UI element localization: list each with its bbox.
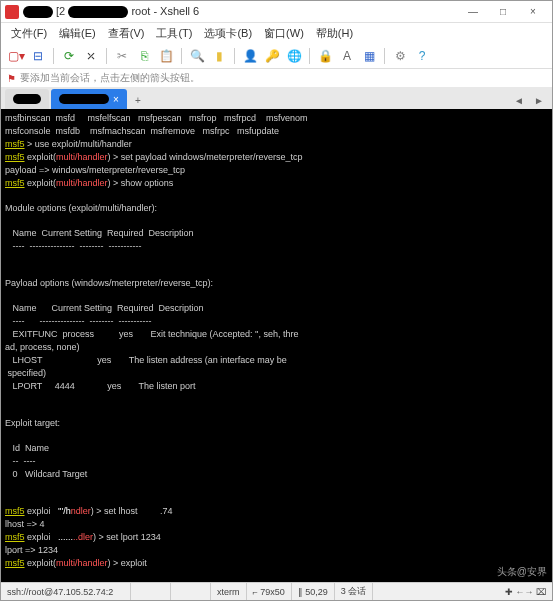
save-icon[interactable]: ⊟: [29, 47, 47, 65]
menu-bar: 文件(F) 编辑(E) 查看(V) 工具(T) 选项卡(B) 窗口(W) 帮助(…: [1, 23, 552, 43]
window-title: [2 root - Xshell 6: [23, 5, 458, 18]
minimize-button[interactable]: —: [458, 2, 488, 22]
maximize-button[interactable]: □: [488, 2, 518, 22]
copy-icon[interactable]: ⎘: [135, 47, 153, 65]
separator: [181, 48, 182, 64]
add-tab-button[interactable]: +: [129, 91, 147, 109]
terminal[interactable]: msfbinscan msfd msfelfscan msfpescan msf…: [1, 109, 552, 582]
separator: [384, 48, 385, 64]
toolbar: ▢▾ ⊟ ⟳ ⤫ ✂ ⎘ 📋 🔍 ▮ 👤 🔑 🌐 🔒 A ▦ ⚙ ?: [1, 43, 552, 69]
menu-window[interactable]: 窗口(W): [260, 25, 308, 42]
redacted: [23, 6, 53, 18]
settings-icon[interactable]: ⚙: [391, 47, 409, 65]
session-tab-active[interactable]: ×: [51, 89, 127, 109]
hint-text: 要添加当前会话，点击左侧的箭头按钮。: [20, 71, 200, 85]
session-tab[interactable]: [5, 89, 49, 109]
paste-icon[interactable]: 📋: [157, 47, 175, 65]
lock-icon[interactable]: 🔒: [316, 47, 334, 65]
status-icons: ✚ ←→ ⌧: [373, 583, 552, 600]
menu-edit[interactable]: 编辑(E): [55, 25, 100, 42]
status-sessions: 3 会话: [335, 583, 374, 600]
menu-tools[interactable]: 工具(T): [152, 25, 196, 42]
new-session-icon[interactable]: ▢▾: [7, 47, 25, 65]
separator: [53, 48, 54, 64]
menu-view[interactable]: 查看(V): [104, 25, 149, 42]
scroll-left-icon[interactable]: ◄: [510, 91, 528, 109]
status-cell: [171, 583, 211, 600]
menu-tab[interactable]: 选项卡(B): [200, 25, 256, 42]
globe-icon[interactable]: 🌐: [285, 47, 303, 65]
cut-icon[interactable]: ✂: [113, 47, 131, 65]
scroll-right-icon[interactable]: ►: [530, 91, 548, 109]
disconnect-icon[interactable]: ⤫: [82, 47, 100, 65]
user-icon[interactable]: 👤: [241, 47, 259, 65]
flag-icon: ⚑: [7, 73, 16, 84]
title-bar: [2 root - Xshell 6 — □ ×: [1, 1, 552, 23]
highlight-icon[interactable]: ▮: [210, 47, 228, 65]
app-icon: [5, 5, 19, 19]
reconnect-icon[interactable]: ⟳: [60, 47, 78, 65]
status-term: xterm: [211, 583, 247, 600]
menu-file[interactable]: 文件(F): [7, 25, 51, 42]
tab-bar: × + ◄ ►: [1, 87, 552, 109]
redacted: [13, 94, 41, 104]
separator: [106, 48, 107, 64]
status-host: ssh://root@47.105.52.74:2: [1, 583, 131, 600]
color-icon[interactable]: ▦: [360, 47, 378, 65]
redacted: [68, 6, 128, 18]
separator: [309, 48, 310, 64]
tab-close-icon[interactable]: ×: [113, 94, 119, 105]
menu-help[interactable]: 帮助(H): [312, 25, 357, 42]
status-size: ⌐ 79x50: [247, 583, 292, 600]
status-pos: ‖ 50,29: [292, 583, 335, 600]
close-button[interactable]: ×: [518, 2, 548, 22]
search-icon[interactable]: 🔍: [188, 47, 206, 65]
help-icon[interactable]: ?: [413, 47, 431, 65]
redacted: [59, 94, 109, 104]
status-cell: [131, 583, 171, 600]
font-icon[interactable]: A: [338, 47, 356, 65]
separator: [234, 48, 235, 64]
key-icon[interactable]: 🔑: [263, 47, 281, 65]
hint-bar: ⚑ 要添加当前会话，点击左侧的箭头按钮。: [1, 69, 552, 87]
status-bar: ssh://root@47.105.52.74:2 xterm ⌐ 79x50 …: [1, 582, 552, 600]
